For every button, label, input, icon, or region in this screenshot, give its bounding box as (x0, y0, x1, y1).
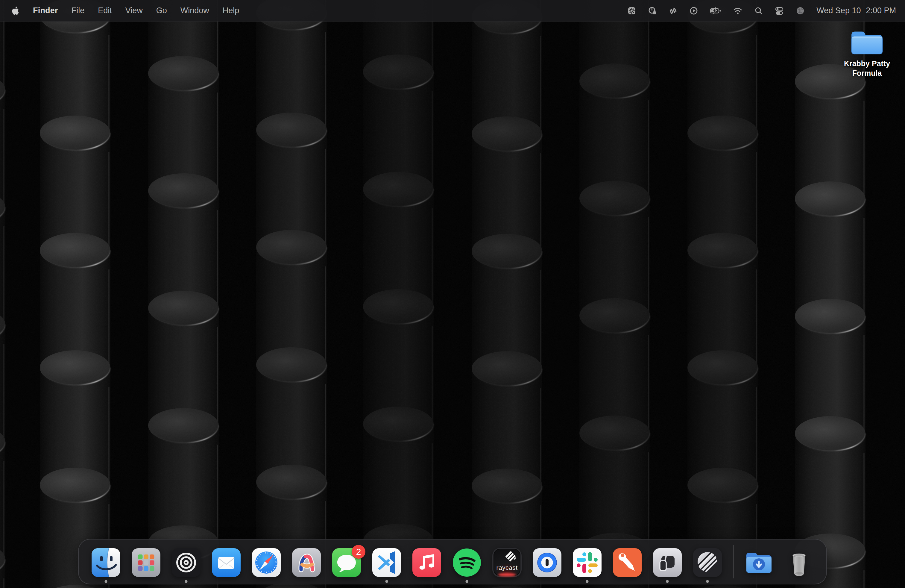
control-center-icon[interactable] (775, 6, 784, 16)
spotlight-search-icon[interactable] (754, 6, 764, 16)
dock-item-vscode[interactable] (372, 548, 402, 577)
session-lock-icon[interactable] (648, 6, 657, 16)
menu-bar-right: Wed Sep 10 2:00 PM (627, 6, 896, 16)
running-indicator (185, 580, 187, 583)
running-indicator (666, 580, 669, 583)
dock-item-slack[interactable] (572, 548, 602, 577)
running-indicator (706, 580, 709, 583)
onepassword-app-icon (532, 548, 562, 577)
apple-menu[interactable] (11, 6, 19, 16)
menu-edit[interactable]: Edit (98, 6, 112, 15)
downloads-app-icon (744, 548, 774, 577)
linear-app-icon (692, 548, 722, 577)
postman-app-icon (612, 548, 642, 577)
menu-view[interactable]: View (125, 6, 143, 15)
running-indicator (586, 580, 589, 583)
apple-icon (11, 6, 19, 16)
dock-item-raycast[interactable]: raycast (492, 548, 522, 577)
menu-file[interactable]: File (71, 6, 85, 15)
dock-item-mail[interactable] (211, 548, 241, 577)
music-app-icon (412, 548, 442, 577)
slack-app-icon (572, 548, 602, 577)
running-indicator (386, 580, 388, 583)
dock: 2raycast (78, 539, 827, 585)
dock-separator (733, 545, 734, 578)
dock-item-postman[interactable] (612, 548, 642, 577)
iphone-mirroring-app-icon (653, 548, 682, 577)
running-indicator (105, 580, 108, 583)
keyboard-backlight-icon[interactable] (627, 6, 637, 16)
vscode-app-icon (372, 548, 402, 577)
dock-item-finder[interactable] (91, 548, 121, 577)
desktop-folder-krabby-patty-formula[interactable]: Krabby Patty Formula (833, 27, 901, 78)
launchpad-app-icon (131, 548, 161, 577)
mail-app-icon (211, 548, 241, 577)
raycast-overlay-label: raycast (492, 564, 522, 571)
menu-bar-clock[interactable]: Wed Sep 10 2:00 PM (816, 6, 896, 15)
dock-item-downloads[interactable] (744, 548, 774, 577)
now-playing-icon[interactable] (689, 6, 699, 16)
safari-app-icon (251, 548, 281, 577)
dock-item-linear[interactable] (692, 548, 722, 577)
running-indicator (466, 580, 468, 583)
menu-window[interactable]: Window (181, 6, 209, 15)
dock-item-trash[interactable] (784, 548, 814, 577)
dock-item-spotify[interactable] (452, 548, 482, 577)
dock-item-messages[interactable]: 2 (332, 548, 362, 577)
desktop: Finder FileEditViewGoWindowHelp Wed Sep … (0, 0, 905, 588)
menu-help[interactable]: Help (223, 6, 240, 15)
display-stripes-icon[interactable] (668, 6, 678, 16)
trash-app-icon (784, 548, 814, 577)
dock-item-iphone-mirroring[interactable] (653, 548, 682, 577)
menu-bar-date: Wed Sep 10 (816, 6, 861, 15)
menu-bar: Finder FileEditViewGoWindowHelp Wed Sep … (0, 0, 905, 22)
dock-item-safari[interactable] (251, 548, 281, 577)
dock-item-music[interactable] (412, 548, 442, 577)
active-app-name[interactable]: Finder (33, 6, 58, 15)
wallpaper-cylinders[interactable] (0, 0, 905, 588)
raycast-app-icon (492, 548, 522, 577)
status-icon-strip (627, 6, 805, 16)
wifi-icon[interactable] (733, 6, 743, 16)
dock-item-arc[interactable] (292, 548, 321, 577)
desktop-folder-label: Krabby Patty Formula (833, 59, 901, 78)
menu-bar-time: 2:00 PM (866, 6, 896, 15)
menu-bar-left: Finder FileEditViewGoWindowHelp (11, 6, 239, 16)
finder-app-icon (91, 548, 121, 577)
arc-app-icon (292, 548, 321, 577)
notification-badge: 2 (352, 545, 365, 559)
menu-list: FileEditViewGoWindowHelp (71, 6, 240, 15)
dock-item-concentric[interactable] (171, 548, 201, 577)
folder-icon (849, 27, 885, 57)
concentric-app-icon (171, 548, 201, 577)
spotify-app-icon (452, 548, 482, 577)
battery-charging-icon[interactable] (710, 6, 722, 16)
dock-item-onepassword[interactable] (532, 548, 562, 577)
menu-go[interactable]: Go (156, 6, 167, 15)
dock-item-launchpad[interactable] (131, 548, 161, 577)
profile-orb-icon[interactable] (795, 6, 805, 16)
